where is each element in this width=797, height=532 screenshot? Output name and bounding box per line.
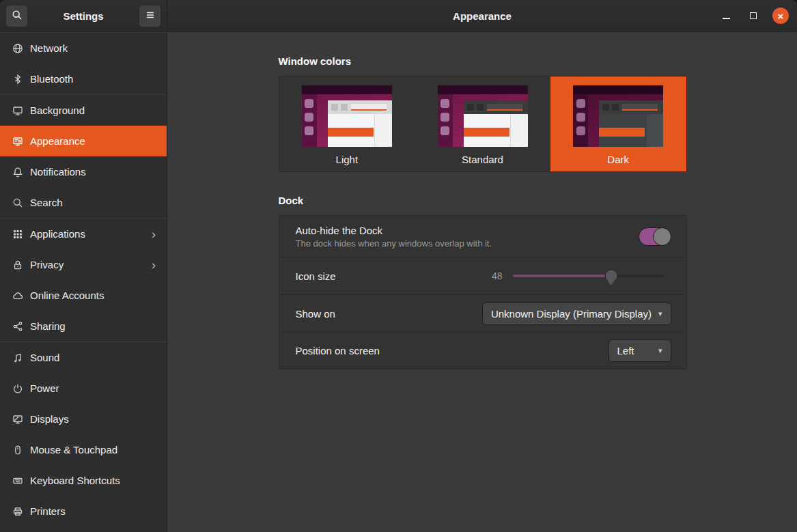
sidebar-item-notifications[interactable]: Notifications <box>0 156 167 187</box>
sidebar-item-label: Displays <box>30 413 69 425</box>
theme-label: Light <box>336 154 359 165</box>
applications-grid-icon <box>12 229 23 240</box>
notifications-bell-icon <box>12 167 23 178</box>
dropdown-caret-icon: ▾ <box>658 309 662 318</box>
sidebar-item-label: Online Accounts <box>30 290 104 301</box>
sidebar-item-network[interactable]: Network <box>0 33 167 64</box>
search-icon <box>12 10 23 23</box>
titlebar: Settings Appearance × <box>0 0 797 32</box>
window-controls: × <box>718 0 789 31</box>
toggle-knob <box>653 227 671 246</box>
appearance-icon <box>12 136 23 147</box>
thumb-headerbar <box>464 100 528 114</box>
menu-button[interactable] <box>139 5 161 27</box>
sidebar-item-online-accounts[interactable]: Online Accounts <box>0 280 167 311</box>
sidebar-item-mouse-touchpad[interactable]: Mouse & Touchpad <box>0 434 167 465</box>
sidebar-item-label: Mouse & Touchpad <box>30 444 117 456</box>
sidebar-item-label: Keyboard Shortcuts <box>30 475 120 486</box>
minimize-icon <box>723 18 730 19</box>
bluetooth-icon <box>12 74 23 85</box>
theme-thumbnail <box>438 85 528 147</box>
slider-handle[interactable] <box>604 270 617 283</box>
sharing-nodes-icon <box>12 321 23 332</box>
sidebar-list: NetworkBluetoothBackgroundAppearanceNoti… <box>0 33 167 527</box>
dock-group: Auto-hide the Dock The dock hides when a… <box>279 215 687 369</box>
sidebar-item-label: Privacy <box>30 259 64 270</box>
page-title: Appearance <box>453 10 512 22</box>
minimize-button[interactable] <box>718 8 734 24</box>
chevron-right-icon: › <box>152 257 156 270</box>
sidebar: NetworkBluetoothBackgroundAppearanceNoti… <box>0 33 167 532</box>
sidebar-item-label: Background <box>30 104 85 116</box>
sidebar-item-keyboard-shortcuts[interactable]: Keyboard Shortcuts <box>0 465 167 496</box>
sidebar-item-label: Network <box>30 42 68 54</box>
hamburger-icon <box>145 10 156 23</box>
sidebar-item-label: Notifications <box>30 166 86 178</box>
thumb-top-panel <box>302 85 392 94</box>
privacy-lock-icon <box>12 260 23 270</box>
thumb-dock <box>438 94 453 147</box>
icon-size-slider[interactable] <box>513 270 665 282</box>
theme-option-standard[interactable]: Standard <box>415 76 550 171</box>
theme-thumbnail <box>573 85 663 147</box>
thumb-top-panel <box>438 85 528 94</box>
thumb-window-body <box>599 114 663 147</box>
dropdown-caret-icon: ▾ <box>658 346 662 355</box>
main-content: Window colors LightStandardDark Dock Aut… <box>168 33 797 532</box>
sidebar-item-sharing[interactable]: Sharing <box>0 311 167 341</box>
thumb-top-panel <box>573 85 663 94</box>
close-icon: × <box>778 11 784 21</box>
autohide-toggle[interactable] <box>639 227 671 246</box>
sidebar-item-search[interactable]: Search <box>0 187 167 218</box>
sidebar-item-label: Bluetooth <box>30 73 73 85</box>
window-colors-group: LightStandardDark <box>279 76 687 172</box>
app-title: Settings <box>63 10 103 22</box>
sidebar-item-sound[interactable]: Sound <box>0 342 167 373</box>
position-dropdown[interactable]: Left ▾ <box>609 339 671 362</box>
dock-heading: Dock <box>279 195 687 206</box>
power-icon <box>12 383 23 394</box>
sidebar-item-printers[interactable]: Printers <box>0 496 167 527</box>
sidebar-item-displays[interactable]: Displays <box>0 404 167 434</box>
thumb-window <box>328 100 392 147</box>
sidebar-item-label: Sharing <box>30 320 66 332</box>
show-on-dropdown[interactable]: Unknown Display (Primary Display) ▾ <box>482 303 671 325</box>
thumb-headerbar <box>328 100 392 114</box>
position-row: Position on screen Left ▾ <box>279 333 686 369</box>
show-on-value: Unknown Display (Primary Display) <box>491 308 652 320</box>
autohide-text: Auto-hide the Dock The dock hides when a… <box>296 225 492 249</box>
sidebar-item-label: Applications <box>30 228 85 240</box>
sidebar-item-applications[interactable]: Applications› <box>0 219 167 249</box>
sidebar-item-label: Power <box>30 382 59 394</box>
printer-icon <box>12 506 23 517</box>
maximize-button[interactable] <box>745 8 761 24</box>
sidebar-item-label: Printers <box>30 505 66 517</box>
sidebar-item-label: Sound <box>30 352 59 363</box>
icon-size-row: Icon size 48 <box>279 257 686 294</box>
sidebar-item-appearance[interactable]: Appearance <box>0 126 167 156</box>
theme-label: Dark <box>607 154 629 165</box>
autohide-title: Auto-hide the Dock <box>296 225 492 236</box>
appearance-panel: Window colors LightStandardDark Dock Aut… <box>279 55 687 369</box>
show-on-label: Show on <box>296 308 335 320</box>
sidebar-item-bluetooth[interactable]: Bluetooth <box>0 64 167 94</box>
online-accounts-cloud-icon <box>12 290 23 301</box>
autohide-row: Auto-hide the Dock The dock hides when a… <box>279 216 686 257</box>
theme-option-light[interactable]: Light <box>279 76 415 171</box>
sidebar-item-privacy[interactable]: Privacy› <box>0 249 167 280</box>
displays-icon <box>12 414 23 425</box>
position-value: Left <box>617 345 634 356</box>
search-button[interactable] <box>5 5 28 27</box>
chevron-right-icon: › <box>152 227 156 240</box>
thumb-dock <box>573 94 588 147</box>
close-button[interactable]: × <box>772 8 789 24</box>
theme-option-dark[interactable]: Dark <box>550 76 686 171</box>
mouse-icon <box>12 445 23 456</box>
settings-window: Settings Appearance × NetworkBluetoothBa… <box>0 0 797 532</box>
autohide-subtitle: The dock hides when any windows overlap … <box>296 238 492 249</box>
icon-size-label: Icon size <box>296 270 336 282</box>
sidebar-item-label: Appearance <box>30 135 85 147</box>
sidebar-item-power[interactable]: Power <box>0 373 167 404</box>
network-globe-icon <box>12 43 23 54</box>
sidebar-item-background[interactable]: Background <box>0 95 167 126</box>
